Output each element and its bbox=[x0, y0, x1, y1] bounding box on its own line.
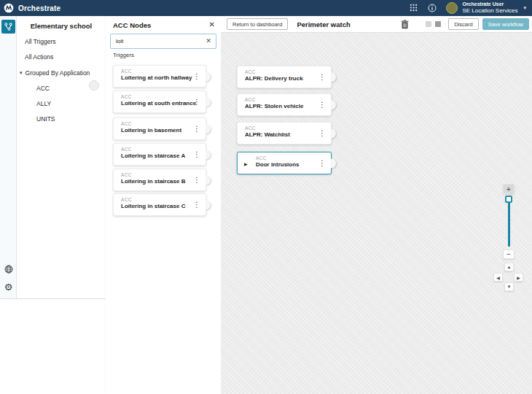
sidebar-item-all-triggers[interactable]: All Triggers bbox=[25, 38, 56, 45]
user-info: Orchestrate User SE Location Services bbox=[462, 1, 517, 14]
topbar-right: Orchestrate User SE Location Services ▾ bbox=[408, 1, 532, 14]
canvas-node-alpr-watchlist[interactable]: ACC ALPR: Watchlist ⋮ bbox=[237, 122, 332, 144]
caret-down-icon: ▾ bbox=[20, 70, 23, 76]
top-bar: Orchestrate bbox=[0, 0, 532, 16]
user-name: Orchestrate User bbox=[462, 1, 517, 7]
play-icon: ▶ bbox=[244, 161, 248, 166]
card-title: Door intrusions bbox=[256, 161, 316, 168]
redo-icon[interactable] bbox=[435, 21, 441, 27]
discard-button[interactable]: Discard bbox=[448, 18, 478, 30]
workflow-toolbar: Return to dashboard Perimeter watch bbox=[221, 16, 532, 33]
app-tag: ACC bbox=[121, 69, 191, 74]
card-body: ACC Loitering in staircase C bbox=[121, 197, 191, 209]
kebab-menu-icon[interactable]: ⋮ bbox=[193, 125, 200, 133]
site-title: Elementary school bbox=[17, 22, 106, 30]
app-tag: ACC bbox=[245, 97, 316, 102]
output-connector[interactable] bbox=[331, 72, 336, 82]
card-title: ALPR: Watchlist bbox=[245, 131, 316, 138]
clear-search-icon[interactable]: ✕ bbox=[206, 38, 211, 45]
delete-trash-icon[interactable] bbox=[401, 20, 410, 29]
return-to-dashboard-button[interactable]: Return to dashboard bbox=[227, 18, 288, 30]
output-connector[interactable] bbox=[206, 72, 211, 81]
canvas-node-alpr-stolen-vehicle[interactable]: ACC ALPR: Stolen vehicle ⋮ bbox=[237, 93, 332, 116]
kebab-menu-icon[interactable]: ⋮ bbox=[193, 73, 200, 80]
triggers-section-label: Triggers bbox=[113, 52, 134, 58]
app-tag: ACC bbox=[245, 69, 316, 74]
app-tag: ACC bbox=[121, 172, 191, 177]
kebab-menu-icon[interactable]: ⋮ bbox=[318, 130, 326, 137]
output-connector[interactable] bbox=[331, 128, 336, 138]
output-connector[interactable] bbox=[331, 158, 336, 168]
zoom-out-button[interactable]: − bbox=[503, 250, 515, 259]
trigger-card-loitering-staircase-b[interactable]: ACC Loitering in staircase B ⋮ bbox=[113, 169, 206, 191]
search-input[interactable] bbox=[111, 34, 216, 48]
workflow-title: Perimeter watch bbox=[297, 20, 350, 28]
pan-up-button[interactable]: ▲ bbox=[504, 263, 514, 271]
user-menu[interactable]: Orchestrate User SE Location Services ▾ bbox=[446, 1, 526, 14]
avatar bbox=[446, 2, 458, 14]
trigger-card-loitering-north-hallway[interactable]: ACC Loitering at north hallway ⋮ bbox=[113, 65, 206, 88]
language-globe-icon[interactable] bbox=[4, 264, 13, 274]
output-connector[interactable] bbox=[206, 175, 211, 185]
output-connector[interactable] bbox=[206, 124, 211, 134]
zoom-in-button[interactable]: + bbox=[503, 184, 515, 194]
sidebar-item-units[interactable]: UNITS bbox=[36, 115, 55, 123]
kebab-menu-icon[interactable]: ⋮ bbox=[193, 177, 200, 184]
trigger-card-loitering-basement[interactable]: ACC Loitering in basement ⋮ bbox=[113, 117, 206, 140]
drag-ghost-indicator bbox=[89, 80, 99, 90]
panel-title: ACC Nodes bbox=[113, 21, 151, 29]
output-connector[interactable] bbox=[206, 150, 211, 159]
sidebar-item-grouped-by-application[interactable]: ▾ Grouped By Application bbox=[20, 69, 90, 77]
kebab-menu-icon[interactable]: ⋮ bbox=[193, 98, 200, 106]
zoom-slider-track[interactable] bbox=[508, 197, 510, 247]
motorola-logo-icon bbox=[4, 3, 14, 13]
kebab-menu-icon[interactable]: ⋮ bbox=[193, 151, 200, 158]
acc-label: ACC bbox=[36, 85, 50, 92]
undo-icon[interactable] bbox=[426, 21, 431, 27]
sidebar-item-all-actions[interactable]: All Actions bbox=[25, 53, 53, 61]
canvas-node-door-intrusions[interactable]: ▶ ACC Door intrusions ⋮ bbox=[237, 152, 332, 174]
all-actions-label: All Actions bbox=[25, 53, 53, 61]
pan-right-button[interactable]: ▶ bbox=[514, 273, 523, 282]
trigger-card-loitering-staircase-c[interactable]: ACC Loitering in staircase C ⋮ bbox=[113, 193, 206, 216]
save-workflow-button[interactable]: Save workflow bbox=[482, 18, 529, 30]
app-tag: ACC bbox=[245, 125, 316, 131]
sidebar-item-ally[interactable]: ALLY bbox=[36, 100, 51, 107]
app-tag: ACC bbox=[121, 121, 191, 126]
pan-down-button[interactable]: ▼ bbox=[504, 282, 514, 291]
card-body: ACC Loitering at south entrance bbox=[121, 94, 191, 107]
card-body: ACC ALPR: Delivery truck bbox=[245, 69, 316, 82]
trigger-card-loitering-south-entrance[interactable]: ACC Loitering at south entrance ⋮ bbox=[113, 90, 206, 113]
acc-nodes-panel: ACC Nodes ✕ ✕ Triggers ACC Loitering at … bbox=[106, 16, 221, 394]
orchestrate-app: Orchestrate bbox=[0, 0, 532, 394]
grouped-label: Grouped By Application bbox=[26, 69, 90, 77]
workflows-nav-icon[interactable] bbox=[1, 20, 15, 34]
card-body: ACC Loitering in staircase A bbox=[121, 147, 191, 159]
card-body: ACC Loitering in basement bbox=[121, 121, 191, 134]
output-connector[interactable] bbox=[206, 200, 211, 209]
user-org: SE Location Services bbox=[462, 7, 517, 14]
apps-grid-icon[interactable] bbox=[408, 3, 418, 13]
workflow-canvas[interactable]: ACC ALPR: Delivery truck ⋮ ACC ALPR: Sto… bbox=[221, 33, 532, 394]
toolbar-right: Discard Save workflow bbox=[401, 18, 532, 30]
zoom-slider-thumb[interactable] bbox=[505, 196, 512, 203]
chevron-down-icon: ▾ bbox=[523, 5, 526, 11]
pan-left-button[interactable]: ◀ bbox=[493, 273, 503, 282]
kebab-menu-icon[interactable]: ⋮ bbox=[318, 74, 326, 81]
output-connector[interactable] bbox=[206, 97, 211, 107]
close-icon[interactable]: ✕ bbox=[209, 20, 215, 28]
all-triggers-label: All Triggers bbox=[25, 38, 56, 45]
sidebar-item-acc[interactable]: ACC bbox=[36, 85, 50, 92]
card-title: ALPR: Stolen vehicle bbox=[245, 103, 316, 109]
card-body: ACC Loitering in staircase B bbox=[121, 172, 191, 185]
trigger-card-loitering-staircase-a[interactable]: ACC Loitering in staircase A ⋮ bbox=[113, 143, 206, 166]
kebab-menu-icon[interactable]: ⋮ bbox=[318, 101, 326, 109]
output-connector[interactable] bbox=[331, 100, 336, 109]
left-icon-strip: ⚙ bbox=[0, 16, 17, 299]
units-label: UNITS bbox=[36, 115, 55, 123]
settings-gear-icon[interactable]: ⚙ bbox=[4, 282, 13, 292]
canvas-node-alpr-delivery-truck[interactable]: ACC ALPR: Delivery truck ⋮ bbox=[237, 66, 332, 88]
info-icon[interactable] bbox=[427, 3, 437, 13]
kebab-menu-icon[interactable]: ⋮ bbox=[193, 201, 200, 209]
kebab-menu-icon[interactable]: ⋮ bbox=[318, 160, 326, 167]
